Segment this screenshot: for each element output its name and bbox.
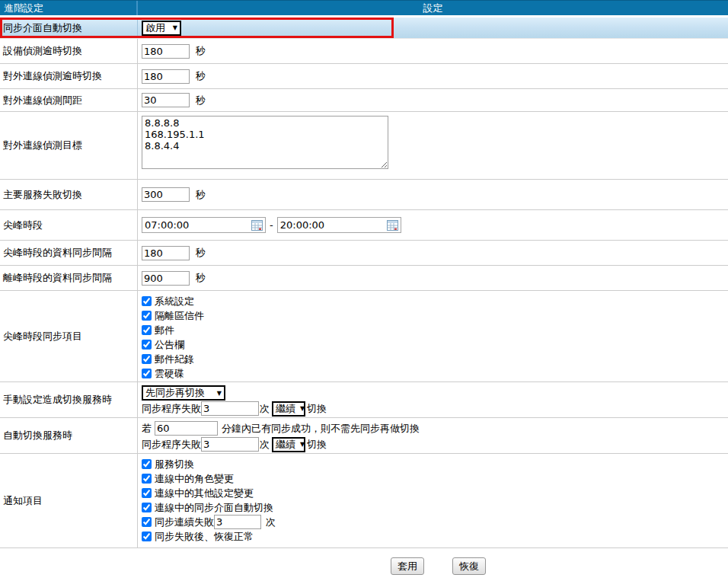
row-primary-service-fail-switch: 主要服務失敗切換 秒	[0, 180, 728, 210]
sync-item-mail-log: 郵件紀錄	[142, 352, 728, 366]
peak-end-time-field[interactable]: 20:00:00	[277, 217, 401, 233]
checkbox-role-change[interactable]	[142, 474, 152, 484]
advanced-settings-table: 進階設定 設定 同步介面自動切換 啟用 ▼ 設備偵測逾時切換 秒 對外連線偵測逾…	[0, 0, 728, 548]
checkbox-quarantine-mail[interactable]	[142, 311, 152, 321]
manual-fail-count-input[interactable]	[201, 401, 259, 416]
manual-switch-mode-value: 先同步再切換	[145, 386, 205, 400]
row-label: 離峰時段的資料同步間隔	[0, 266, 138, 290]
checkbox-mail-log[interactable]	[142, 354, 152, 364]
offpeak-sync-interval-input[interactable]	[142, 271, 190, 286]
unit-seconds: 秒	[196, 188, 206, 202]
auto-switch-minutes-input[interactable]	[155, 421, 218, 436]
unit-seconds: 秒	[196, 246, 206, 260]
checkbox-cloud-disk[interactable]	[142, 369, 152, 378]
sync-item-mail: 郵件	[142, 323, 728, 337]
row-notify-items: 通知項目 服務切換 連線中的角色變更 連線中的其他設定變更 連線中的同步介面自動…	[0, 454, 728, 548]
unit-seconds: 秒	[196, 44, 206, 58]
row-manual-switch: 手動設定造成切換服務時 先同步再切換 ▼ 同步程序失敗 次 繼續 ▼ 切換	[0, 382, 728, 418]
checkbox-service-switch[interactable]	[142, 459, 152, 469]
row-wan-detect-targets: 對外連線偵測目標 8.8.8.8 168.195.1.1 8.8.4.4	[0, 112, 728, 180]
row-label: 尖峰時段	[0, 210, 138, 240]
apply-button[interactable]: 套用	[391, 557, 424, 575]
peak-start-time-field[interactable]: 07:00:00	[142, 217, 266, 233]
sync-item-system-settings: 系統設定	[142, 294, 728, 308]
row-label: 通知項目	[0, 454, 138, 547]
calendar-icon[interactable]	[251, 220, 263, 231]
condition-suffix-label: 分鐘內已有同步成功，則不需先同步再做切換	[222, 422, 420, 436]
header-advanced-settings: 進階設定	[0, 1, 138, 15]
row-wan-detect-interval: 對外連線偵測間距 秒	[0, 89, 728, 112]
auto-switch-fail-line: 同步程序失敗 次 繼續 ▼ 切換	[142, 436, 728, 452]
device-timeout-input[interactable]	[142, 44, 190, 59]
checkbox-recover-normal[interactable]	[142, 532, 152, 541]
fail-unit-label: 次	[260, 402, 270, 416]
manual-switch-mode-select[interactable]: 先同步再切換 ▼	[142, 385, 225, 401]
notify-item-other-settings-change: 連線中的其他設定變更	[142, 486, 728, 500]
checkbox-other-settings-change[interactable]	[142, 488, 152, 498]
header-settings: 設定	[138, 1, 728, 15]
row-wan-detect-timeout: 對外連線偵測逾時切換 秒	[0, 64, 728, 89]
unit-seconds: 秒	[196, 94, 206, 107]
notify-item-sync-consecutive-fail: 同步連續失敗 次	[142, 515, 728, 529]
row-label: 對外連線偵測間距	[0, 89, 138, 111]
wan-timeout-input[interactable]	[142, 69, 190, 84]
checkbox-label: 公告欄	[155, 338, 184, 352]
checkbox-label: 郵件紀錄	[155, 353, 194, 366]
notify-item-role-change: 連線中的角色變更	[142, 471, 728, 486]
checkbox-label: 連線中的角色變更	[155, 472, 234, 486]
checkbox-label: 同步連續失敗	[155, 516, 214, 529]
row-label: 自動切換服務時	[0, 418, 138, 453]
fail-unit-label: 次	[266, 516, 276, 529]
manual-fail-action-value: 繼續	[276, 402, 295, 416]
row-offpeak-sync-interval: 離峰時段的資料同步間隔 秒	[0, 266, 728, 291]
checkbox-sync-iface-auto-switch[interactable]	[142, 503, 152, 512]
wan-interval-input[interactable]	[142, 93, 190, 107]
auto-switch-condition-line: 若 分鐘內已有同步成功，則不需先同步再做切換	[142, 420, 728, 436]
row-label: 對外連線偵測目標	[0, 112, 138, 179]
enable-select[interactable]: 啟用 ▼	[142, 21, 181, 36]
wan-targets-textarea[interactable]: 8.8.8.8 168.195.1.1 8.8.4.4	[142, 116, 388, 169]
peak-start-time-value: 07:00:00	[145, 219, 189, 231]
sync-item-quarantine-mail: 隔離區信件	[142, 308, 728, 323]
time-range-separator: -	[270, 219, 273, 231]
unit-seconds: 秒	[196, 271, 206, 285]
unit-seconds: 秒	[196, 69, 206, 83]
auto-fail-count-input[interactable]	[201, 437, 259, 452]
checkbox-label: 隔離區信件	[155, 309, 204, 323]
checkbox-label: 連線中的同步介面自動切換	[155, 501, 273, 515]
notify-fail-count-input[interactable]	[214, 515, 261, 529]
chevron-down-icon: ▼	[168, 24, 177, 31]
checkbox-bulletin[interactable]	[142, 340, 152, 350]
table-header: 進階設定 設定	[0, 0, 728, 15]
checkbox-label: 系統設定	[155, 295, 194, 308]
auto-fail-action-select[interactable]: 繼續 ▼	[272, 437, 305, 452]
row-peak-sync-items: 尖峰時段同步項目 系統設定 隔離區信件 郵件 公告欄 郵件紀錄	[0, 291, 728, 382]
switch-suffix-label: 切換	[307, 438, 327, 452]
enable-select-value: 啟用	[145, 21, 165, 35]
fail-prefix-label: 同步程序失敗	[142, 438, 201, 452]
sync-item-cloud-disk: 雲硬碟	[142, 366, 728, 381]
row-label: 設備偵測逾時切換	[0, 39, 138, 63]
row-label: 對外連線偵測逾時切換	[0, 64, 138, 88]
row-sync-interface-auto-switch: 同步介面自動切換 啟用 ▼	[0, 18, 728, 39]
peak-sync-interval-input[interactable]	[142, 246, 190, 260]
calendar-icon[interactable]	[387, 220, 398, 231]
row-peak-period: 尖峰時段 07:00:00 - 20:00	[0, 210, 728, 241]
condition-prefix-label: 若	[142, 422, 152, 436]
checkbox-label: 同步失敗後、恢復正常	[155, 530, 254, 544]
checkbox-sync-consecutive-fail[interactable]	[142, 517, 152, 527]
switch-suffix-label: 切換	[307, 402, 327, 416]
row-label: 手動設定造成切換服務時	[0, 382, 138, 417]
checkbox-system-settings[interactable]	[142, 296, 152, 306]
checkbox-label: 服務切換	[155, 458, 194, 471]
row-label: 尖峰時段同步項目	[0, 291, 138, 381]
row-label: 同步介面自動切換	[0, 18, 138, 38]
fail-prefix-label: 同步程序失敗	[142, 402, 201, 416]
auto-fail-action-value: 繼續	[276, 438, 295, 452]
manual-fail-action-select[interactable]: 繼續 ▼	[272, 401, 305, 417]
checkbox-mail[interactable]	[142, 325, 152, 335]
row-device-detect-timeout: 設備偵測逾時切換 秒	[0, 39, 728, 64]
restore-button[interactable]: 恢復	[452, 557, 486, 575]
notify-item-sync-iface-auto-switch: 連線中的同步介面自動切換	[142, 500, 728, 515]
primary-fail-input[interactable]	[142, 187, 190, 202]
